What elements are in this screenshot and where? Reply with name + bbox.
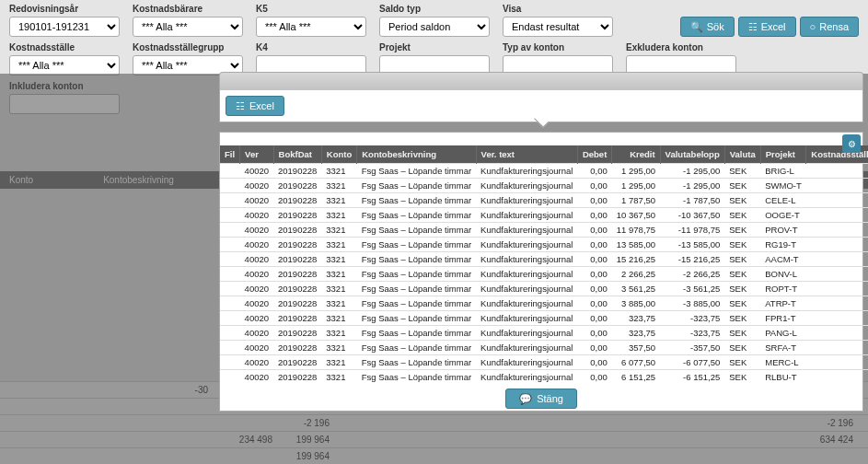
- select-redovisningsar[interactable]: 190101-191231: [9, 17, 120, 37]
- select-k5[interactable]: *** Alla ***: [256, 17, 366, 37]
- table-row[interactable]: 40020201902283321Fsg Saas – Löpande timm…: [220, 238, 868, 252]
- cell-kredit: 15 216,25: [612, 252, 660, 267]
- cell-beskr: Fsg Saas – Löpande timmar: [357, 208, 476, 223]
- th-bokfdat[interactable]: BokfDat: [273, 145, 321, 164]
- th-projekt[interactable]: Projekt: [760, 145, 806, 164]
- cell-debet: 0,00: [577, 164, 611, 179]
- th-valuta[interactable]: Valuta: [724, 145, 760, 164]
- th-vertext[interactable]: Ver. text: [476, 145, 577, 164]
- cell-kst: [806, 208, 868, 223]
- th-kredit[interactable]: Kredit: [612, 145, 660, 164]
- cell-kst: [806, 311, 868, 326]
- cell-kst: [806, 326, 868, 341]
- cell-debet: 0,00: [577, 208, 611, 223]
- cell-debet: 0,00: [577, 296, 611, 311]
- excel-button-top[interactable]: ☷Excel: [738, 17, 796, 37]
- table-row[interactable]: 40020201902283321Fsg Saas – Löpande timm…: [220, 355, 868, 370]
- cell-konto: 3321: [321, 326, 356, 341]
- cell-vtext: Kundfaktureringsjournal: [476, 252, 577, 267]
- excel-button-modal[interactable]: ☷ Excel: [226, 96, 284, 116]
- cell-vtext: Kundfaktureringsjournal: [476, 296, 577, 311]
- cell-valbel: -2 266,25: [660, 267, 724, 282]
- cell-proj: CELE-L: [760, 193, 806, 208]
- close-label: Stäng: [537, 393, 563, 404]
- cell-fil: [220, 208, 240, 223]
- gear-icon: ⚙: [848, 139, 856, 149]
- th-debet[interactable]: Debet: [577, 145, 611, 164]
- label-exkludera-konton: Exkludera konton: [626, 42, 736, 52]
- cell-ver: 40020: [240, 252, 273, 267]
- sok-button[interactable]: 🔍Sök: [680, 17, 735, 37]
- cell-vtext: Kundfaktureringsjournal: [476, 223, 577, 238]
- cell-proj: PROV-T: [760, 223, 806, 238]
- select-saldo-typ[interactable]: Period saldon: [379, 17, 490, 37]
- cell-ver: 40020: [240, 326, 273, 341]
- modal-titlebar[interactable]: [219, 72, 863, 90]
- cell-bokfdat: 20190228: [273, 193, 321, 208]
- speech-icon: 💬: [519, 394, 532, 404]
- label-kostnadsstallegrupp: Kostnadsställegrupp: [133, 42, 243, 52]
- label-visa: Visa: [503, 4, 613, 14]
- cell-fil: [220, 223, 240, 238]
- cell-proj: ROPT-T: [760, 282, 806, 296]
- close-button[interactable]: 💬 Stäng: [505, 389, 577, 409]
- cell-vtext: Kundfaktureringsjournal: [476, 370, 577, 385]
- table-row[interactable]: 40020201902283321Fsg Saas – Löpande timm…: [220, 164, 868, 179]
- cell-kredit: 10 367,50: [612, 208, 660, 223]
- th-kontobeskrivning[interactable]: Kontobeskrivning: [357, 145, 476, 164]
- cell-beskr: Fsg Saas – Löpande timmar: [357, 296, 476, 311]
- settings-button[interactable]: ⚙: [842, 134, 861, 153]
- table-row[interactable]: 40020201902283321Fsg Saas – Löpande timm…: [220, 193, 868, 208]
- select-kostnadsstalle[interactable]: *** Alla ***: [9, 55, 120, 75]
- cell-kredit: 1 295,00: [612, 179, 660, 193]
- table-row[interactable]: 40020201902283321Fsg Saas – Löpande timm…: [220, 311, 868, 326]
- cell-bokfdat: 20190228: [273, 208, 321, 223]
- search-icon: 🔍: [690, 22, 703, 32]
- table-row[interactable]: 40020201902283321Fsg Saas – Löpande timm…: [220, 267, 868, 282]
- table-row[interactable]: 40020201902283321Fsg Saas – Löpande timm…: [220, 223, 868, 238]
- cell-debet: 0,00: [577, 238, 611, 252]
- select-visa[interactable]: Endast resultat: [503, 17, 613, 37]
- table-row[interactable]: 40020201902283321Fsg Saas – Löpande timm…: [220, 282, 868, 296]
- cell-vtext: Kundfaktureringsjournal: [476, 355, 577, 370]
- table-row[interactable]: 40020201902283321Fsg Saas – Löpande timm…: [220, 208, 868, 223]
- table-row[interactable]: 40020201902283321Fsg Saas – Löpande timm…: [220, 341, 868, 355]
- cell-bokfdat: 20190228: [273, 355, 321, 370]
- cell-bokfdat: 20190228: [273, 223, 321, 238]
- table-row[interactable]: 40020201902283321Fsg Saas – Löpande timm…: [220, 370, 868, 385]
- table-row[interactable]: 40020201902283321Fsg Saas – Löpande timm…: [220, 179, 868, 193]
- cell-proj: ATRP-T: [760, 296, 806, 311]
- select-kostnadsbarare[interactable]: *** Alla ***: [133, 17, 243, 37]
- detail-table: Fil Ver BokfDat Konto Kontobeskrivning V…: [220, 145, 868, 384]
- cell-proj: AACM-T: [760, 252, 806, 267]
- cell-fil: [220, 238, 240, 252]
- cell-ver: 40020: [240, 282, 273, 296]
- th-fil[interactable]: Fil: [220, 145, 240, 164]
- cell-valuta: SEK: [724, 208, 760, 223]
- excel-label-modal: Excel: [249, 100, 274, 111]
- table-row[interactable]: 40020201902283321Fsg Saas – Löpande timm…: [220, 326, 868, 341]
- cell-valbel: -357,50: [660, 341, 724, 355]
- cell-fil: [220, 267, 240, 282]
- cell-kst: [806, 267, 868, 282]
- cell-bokfdat: 20190228: [273, 238, 321, 252]
- table-row[interactable]: 40020201902283321Fsg Saas – Löpande timm…: [220, 252, 868, 267]
- cell-valuta: SEK: [724, 296, 760, 311]
- cell-ver: 40020: [240, 296, 273, 311]
- cell-kredit: 6 151,25: [612, 370, 660, 385]
- detail-modal: ☷ Excel ⚙ Fil Ver BokfDat Konto Kontobes…: [219, 72, 863, 412]
- table-row[interactable]: 40020201902283321Fsg Saas – Löpande timm…: [220, 296, 868, 311]
- th-konto[interactable]: Konto: [321, 145, 356, 164]
- cell-ver: 40020: [240, 341, 273, 355]
- cell-debet: 0,00: [577, 223, 611, 238]
- cell-bokfdat: 20190228: [273, 370, 321, 385]
- cell-valbel: -323,75: [660, 326, 724, 341]
- rensa-button[interactable]: ○Rensa: [800, 17, 859, 37]
- th-ver[interactable]: Ver: [240, 145, 273, 164]
- cell-debet: 0,00: [577, 311, 611, 326]
- cell-ver: 40020: [240, 311, 273, 326]
- cell-valuta: SEK: [724, 193, 760, 208]
- cell-kst: [806, 179, 868, 193]
- cell-vtext: Kundfaktureringsjournal: [476, 208, 577, 223]
- th-valutabelopp[interactable]: Valutabelopp: [660, 145, 724, 164]
